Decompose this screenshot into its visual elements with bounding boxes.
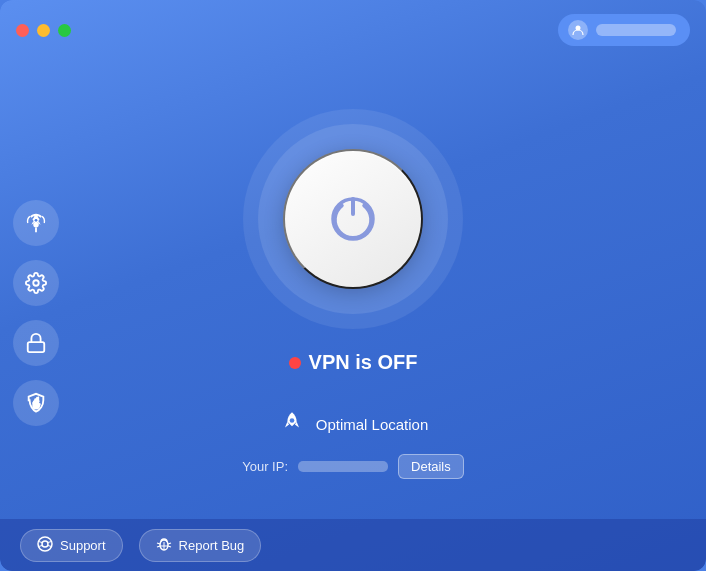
ip-label: Your IP: bbox=[242, 459, 288, 474]
sidebar-item-privacy[interactable] bbox=[13, 320, 59, 366]
svg-line-12 bbox=[39, 545, 43, 546]
report-bug-button[interactable]: Report Bug bbox=[139, 529, 262, 562]
ip-value bbox=[298, 461, 388, 472]
bug-icon bbox=[156, 536, 172, 555]
location-row[interactable]: Optimal Location bbox=[278, 410, 429, 438]
optimal-location-icon bbox=[278, 410, 306, 438]
power-button[interactable] bbox=[283, 149, 423, 289]
user-icon bbox=[568, 20, 588, 40]
vpn-status: VPN is OFF bbox=[289, 351, 418, 374]
app-window: VPN is OFF Optimal Location Your IP: Det… bbox=[0, 0, 706, 571]
sidebar bbox=[0, 0, 72, 571]
svg-line-11 bbox=[39, 541, 43, 542]
main-content: VPN is OFF Optimal Location Your IP: Det… bbox=[0, 54, 706, 479]
svg-line-13 bbox=[48, 541, 52, 542]
sidebar-item-tracker[interactable] bbox=[13, 380, 59, 426]
svg-point-4 bbox=[33, 280, 39, 286]
traffic-lights bbox=[16, 24, 71, 37]
sidebar-item-settings[interactable] bbox=[13, 260, 59, 306]
title-bar bbox=[0, 0, 706, 54]
location-label: Optimal Location bbox=[316, 416, 429, 433]
status-dot bbox=[289, 357, 301, 369]
bottom-bar: Support Report Bug bbox=[0, 519, 706, 571]
close-button[interactable] bbox=[16, 24, 29, 37]
vpn-status-text: VPN is OFF bbox=[309, 351, 418, 374]
svg-point-8 bbox=[289, 418, 294, 423]
support-label: Support bbox=[60, 538, 106, 553]
support-button[interactable]: Support bbox=[20, 529, 123, 562]
user-account-button[interactable] bbox=[558, 14, 690, 46]
power-middle-ring bbox=[258, 124, 448, 314]
minimize-button[interactable] bbox=[37, 24, 50, 37]
support-icon bbox=[37, 536, 53, 555]
svg-point-10 bbox=[42, 541, 48, 547]
details-button[interactable]: Details bbox=[398, 454, 464, 479]
svg-point-3 bbox=[35, 219, 38, 222]
user-name bbox=[596, 24, 676, 36]
power-outer-ring bbox=[243, 109, 463, 329]
ip-row: Your IP: Details bbox=[242, 454, 464, 479]
sidebar-item-quick-connect[interactable] bbox=[13, 200, 59, 246]
svg-rect-5 bbox=[28, 342, 45, 352]
svg-line-14 bbox=[48, 545, 52, 546]
maximize-button[interactable] bbox=[58, 24, 71, 37]
report-bug-label: Report Bug bbox=[179, 538, 245, 553]
svg-point-9 bbox=[38, 537, 52, 551]
